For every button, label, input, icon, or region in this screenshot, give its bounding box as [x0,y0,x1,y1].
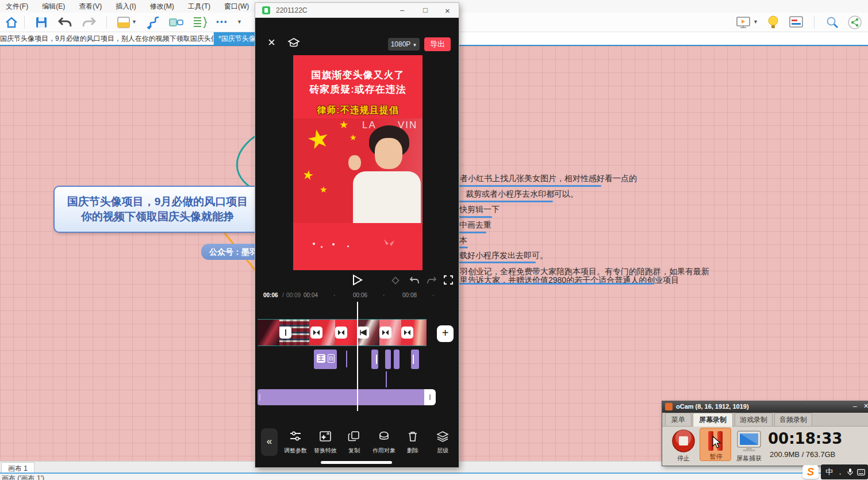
ocam-tab-audio-record[interactable]: 音频录制 [774,413,812,426]
ocam-minimize-button[interactable]: – [853,402,857,410]
topic-text[interactable]: 裁剪或者小程序去水印都可以。 [466,189,578,199]
stop-button[interactable] [671,429,696,453]
clip-edge-handle[interactable] [279,327,291,339]
text-clip[interactable] [394,350,400,369]
ocam-tab-game-record[interactable]: 游戏录制 [735,413,773,426]
sticker-clip-thin[interactable] [386,371,387,387]
microphone-icon[interactable] [847,468,853,476]
ocam-tab-menu[interactable]: 菜单 [665,413,692,426]
recording-size: 200.9MB / 763.7GB [770,450,835,459]
copy-icon [348,431,360,442]
redo-icon[interactable] [82,16,97,29]
search-icon[interactable] [825,16,839,29]
save-icon[interactable] [34,16,48,29]
text-clip[interactable] [385,350,391,369]
video-preview[interactable]: 国旗渐变头像又火了 砖家质疑:或存在违法 律师:不违规且提倡 ★ ★ ★ ★ ★… [293,55,423,270]
sticker-clip-thin[interactable] [346,351,347,367]
style-panel-icon[interactable] [117,16,130,29]
tool-delete[interactable]: 删除 [398,431,427,455]
play-button[interactable] [352,274,363,286]
sogou-input-bar[interactable]: 中 ， [821,464,868,479]
transition-button[interactable] [401,327,413,339]
screen-capture-icon[interactable] [736,430,762,453]
menu-window[interactable]: 窗口(W) [221,1,252,13]
menu-view[interactable]: 查看(V) [76,1,105,13]
screen: 文件(F) 编辑(E) 查看(V) 插入(I) 修改(M) 工具(T) 窗口(W… [0,0,868,480]
callout-icon[interactable] [169,16,184,29]
ime-punctuation[interactable]: ， [837,468,843,477]
menu-insert[interactable]: 插入(I) [113,1,139,13]
tool-replace-effect[interactable]: 替换特效 [311,431,340,455]
presentation-icon[interactable] [736,16,751,29]
menu-tools[interactable]: 工具(T) [185,1,213,13]
text-clip[interactable] [411,350,419,369]
audio-clip-handle[interactable] [424,389,436,405]
tool-layer[interactable]: 层级 [428,431,457,455]
sogou-logo[interactable]: S [802,465,819,479]
phone-window-titlebar[interactable]: 2201122C – □ × [255,3,459,18]
editor-close-icon[interactable]: × [268,35,275,50]
ocam-titlebar[interactable]: oCam (8, 16, 1912, 1019) – ✕ [662,401,868,413]
ocam-app-icon [665,403,673,410]
ocam-close-button[interactable]: ✕ [863,402,868,410]
tool-apply-object[interactable]: 作用对象 [370,431,398,455]
topic-text[interactable]: 中画去重 [459,220,491,231]
collapse-toolbar-button[interactable]: « [261,428,278,456]
transition-button[interactable] [335,327,347,339]
topic-text[interactable]: 快剪辑一下 [459,205,500,215]
transition-button[interactable] [379,327,391,339]
keyboard-icon[interactable] [857,469,865,475]
menu-edit[interactable]: 编辑(E) [39,1,68,13]
topic-text[interactable]: 本 [459,236,467,246]
keyframe-icon[interactable] [391,276,400,285]
menu-modify[interactable]: 修改(M) [147,1,177,13]
minimize-button[interactable]: – [400,6,404,14]
layers-icon [436,431,449,442]
home-icon[interactable] [5,16,18,29]
more-dropdown-arrow[interactable]: ▼ [237,19,242,25]
share-icon[interactable] [847,15,862,30]
maximize-button[interactable]: □ [423,6,428,14]
decorative-dot [332,243,335,245]
tool-adjust-params[interactable]: 调整参数 [281,431,310,455]
text-clip-selected[interactable]: 王 自 [314,350,337,369]
more-tools-icon[interactable]: ••• [216,17,228,26]
audio-clip[interactable] [258,389,424,405]
menu-file[interactable]: 文件(F) [3,1,31,13]
ruler-tick: 00:04 [304,292,318,298]
ime-mode-chinese[interactable]: 中 [825,467,833,477]
relationship-icon[interactable] [146,16,161,29]
resolution-dropdown[interactable]: 1080P ▼ [388,38,420,51]
add-clip-button[interactable]: + [437,325,454,342]
central-topic-node[interactable]: 国庆节头像项目，9月必做的风口项目 你的视频下领取国庆头像就能挣 [53,186,262,233]
format-panel-icon[interactable] [789,16,804,28]
ruler-dot: · [333,292,335,298]
topic-text[interactable]: 载好小程序发出去即可。 [459,251,548,261]
outline-icon[interactable] [192,16,207,29]
ocam-tab-screen-record[interactable]: 屏幕录制 [693,413,733,427]
export-button[interactable]: 导出 [424,37,451,51]
document-tab-inactive[interactable]: 国庆节头像项目，9月必做的风口项目，别人在你的视频下领取国庆头像就能挣钱 [0,32,214,45]
undo-edit-icon[interactable] [409,276,420,285]
close-button[interactable]: × [445,6,450,16]
transition-button-active[interactable] [357,327,369,339]
time-total: 00:09 [286,292,301,298]
video-title-line2: 砖家质疑:或存在违法 [293,83,423,96]
tutorial-icon[interactable] [287,37,300,49]
transition-button[interactable] [310,327,322,339]
presentation-dropdown-arrow[interactable]: ▼ [753,19,758,25]
fullscreen-icon[interactable] [444,275,453,285]
redo-edit-icon[interactable] [427,276,437,285]
home-indicator [321,461,392,464]
lightbulb-icon[interactable] [767,15,779,30]
playhead[interactable] [357,302,358,411]
style-dropdown-arrow[interactable]: ▼ [132,19,137,25]
central-topic-line2: 你的视频下领取国庆头像就能挣 [55,209,260,224]
stop-label: 停止 [671,454,696,463]
video-title-line1: 国旗渐变头像又火了 [293,68,423,82]
topic-underline [459,232,486,233]
tool-copy[interactable]: 复制 [340,431,368,455]
undo-icon[interactable] [57,16,72,29]
topic-text[interactable]: 者小红书上找几张美女图片，相对性感好看一点的 [460,174,637,184]
text-clip[interactable] [371,350,378,369]
